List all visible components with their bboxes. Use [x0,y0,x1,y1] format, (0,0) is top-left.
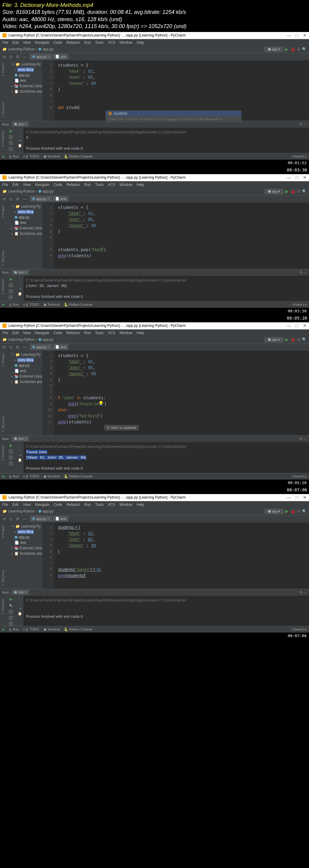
console-output-area[interactable]: C:\Users\Owner\PycharmProjects\Learning-… [24,276,309,301]
toolbar-icon[interactable]: — [23,196,27,201]
code-editor[interactable]: 123456789101112 students = { "Mark"_: 92… [42,351,309,435]
menu-item[interactable]: Code [54,502,62,507]
menu-item[interactable]: Edit [12,40,19,45]
code-completion-popup[interactable]: students Press Ctrl+. to choose the sele… [105,111,241,122]
menu-item[interactable]: View [23,331,31,335]
menu-item[interactable]: Window [120,40,132,45]
python-console-button[interactable]: 🐍 Python Console [64,155,93,158]
toolbar-icon[interactable]: ⊙ [9,54,13,59]
project-tool-button[interactable]: 1: Project [1,63,5,76]
menu-item[interactable]: Refactor [66,40,80,45]
toolbar-icon[interactable]: ⚙ [16,196,20,201]
run-tab[interactable]: ⬢ app × [12,590,29,595]
action-icon[interactable]: ↑ [19,597,21,600]
code-area[interactable]: students = { "Mark"_: 92, "John"_: 95, "… [54,351,309,425]
debug-button[interactable]: 🐞 [290,47,296,52]
project-tree[interactable]: ▼📁 Learning-Py ▸venv libra ⬢ app.py 📄 te… [6,522,42,589]
editor-tab[interactable]: ⬢app.py✕ [30,54,52,59]
menu-item[interactable]: Code [54,331,62,335]
menu-item[interactable]: Window [120,502,132,507]
event-log-button[interactable]: ○ Event Lo [290,474,307,478]
action-icon[interactable] [9,289,13,293]
action-icon[interactable] [9,622,13,626]
structure-tool-button[interactable]: 7: Structure [1,570,5,586]
toolbar-icon[interactable]: ⚙ [16,54,20,59]
menu-item[interactable]: VCS [108,331,115,335]
tree-node[interactable]: 📄 text [6,78,42,83]
run-config-selector[interactable]: ⬢ app ▾ [265,337,283,342]
close-button[interactable]: ✕ [303,495,307,500]
rerun-button[interactable]: ▶ [10,277,12,281]
code-area[interactable]: students = { "Mark"_: 92, "John"_: 95, "… [54,203,309,259]
tree-node[interactable]: ⬢ app.py [6,363,42,368]
tree-node[interactable]: ▸📚 External Libra [6,374,42,379]
action-icon[interactable]: ↑ [19,443,21,447]
menu-item[interactable]: Tools [95,183,103,187]
terminal-tool-button[interactable]: ▣ Terminal [43,627,60,631]
menu-item[interactable]: Run [84,183,91,187]
toolbar-icon[interactable]: ⚙ [16,517,20,521]
menu-item[interactable]: Window [120,183,132,187]
terminal-tool-button[interactable]: ▣ Terminal [43,474,60,478]
toolbar-icon[interactable]: ⇄ [2,517,6,521]
run-tool-button[interactable]: 4: Run [9,474,19,478]
code-editor[interactable]: 123456789 students = { "Mark" : 92, "Joh… [42,522,309,589]
close-button[interactable]: ✕ [303,323,307,328]
toolbar-icon[interactable]: — [23,517,27,521]
event-log-button[interactable]: ○ Event Lo [290,303,307,306]
breadcrumb[interactable]: 📁 Learning-Python › ⬢ app.py [2,337,54,342]
editor-tab[interactable]: ⬢app.py✕ [30,196,52,202]
menu-item[interactable]: Navigate [35,183,49,187]
project-tree[interactable]: ▼📁 Learning-Py ▸venv libra ⬢ app.py 📄 te… [6,203,42,269]
action-icon[interactable]: 📋 [18,612,22,616]
todo-tool-button[interactable]: ≡ 6: TODO [23,474,39,478]
menu-item[interactable]: VCS [108,502,115,507]
structure-tool-button[interactable]: 7: Structure [1,416,5,432]
tree-node[interactable]: ▸📋 Scratches anc [6,551,42,556]
favorites-tool-button[interactable]: 2: Favorites [1,599,4,615]
rerun-button[interactable]: ▶ [10,443,12,447]
menu-item[interactable]: VCS [108,183,115,187]
close-tab-icon[interactable]: ✕ [48,55,50,58]
run-tab[interactable]: ⬢ app × [12,436,29,441]
menu-item[interactable]: File [2,331,8,335]
toolbar-icon[interactable]: ⊙ [9,196,13,201]
menu-item[interactable]: View [23,502,31,507]
tree-node[interactable]: ▼📁 Learning-Py [6,204,42,209]
tree-node[interactable]: 📄 text [6,220,42,225]
search-icon[interactable]: 🔍 [302,337,307,342]
toolbar-icon[interactable]: ⇄ [2,196,6,201]
menu-item[interactable]: Edit [12,331,19,335]
project-tree[interactable]: ▼📁 Learning-Py ▸venv libra ⬢ app.py 📄 te… [6,60,42,121]
close-button[interactable]: ✕ [303,33,307,38]
gear-icon[interactable]: ⚙ — [299,122,307,126]
editor-tab[interactable]: 📄text [53,196,68,202]
action-icon[interactable]: ⇥ [19,138,22,143]
tree-node[interactable]: ▼📁 Learning-Py [6,524,42,529]
menu-item[interactable]: Run [84,502,91,507]
menu-item[interactable]: Navigate [35,40,49,45]
tree-node[interactable]: ⬢ app.py [6,534,42,540]
run-button[interactable]: ▶ [285,47,288,52]
favorites-tool-button[interactable]: 2: Favorites [1,445,4,461]
action-icon[interactable] [9,141,13,145]
menu-item[interactable]: Tools [95,40,103,45]
toolbar-icon[interactable]: ⊙ [9,517,13,521]
favorites-tool-button[interactable]: 2: Favorites [1,279,4,294]
editor-tab[interactable]: ⬢app.py✕ [30,344,52,350]
action-icon[interactable] [9,135,13,139]
editor-tab[interactable]: 📄text [53,54,68,59]
menu-item[interactable]: View [23,40,31,45]
menu-item[interactable]: Navigate [35,331,49,335]
action-icon[interactable]: 📋 [18,292,22,296]
run-status-icon[interactable]: ▶ [2,627,5,631]
debug-button[interactable]: 🐞 [290,337,296,342]
search-icon[interactable]: 🔍 [302,47,307,51]
event-log-button[interactable]: ○ Event Lo [290,627,307,631]
run-tool-button[interactable]: 4: Run [9,627,19,631]
menu-item[interactable]: Help [137,183,144,187]
run-tab[interactable]: ⬢ app × [12,270,29,275]
toolbar-icon[interactable]: ⚙ [16,345,20,349]
menu-item[interactable]: Code [54,183,62,187]
breadcrumb[interactable]: 📁 Learning-Python › ⬢ app.py [2,47,54,51]
